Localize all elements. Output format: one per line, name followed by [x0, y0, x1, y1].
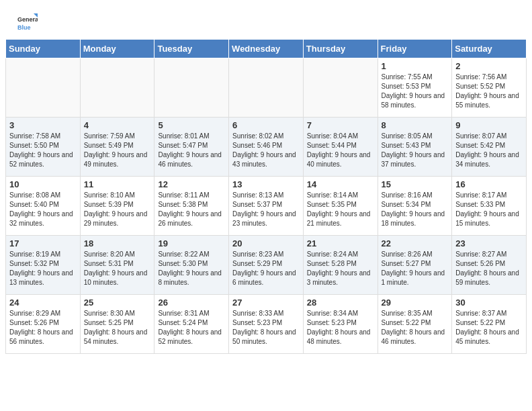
- calendar-cell: 25Sunrise: 8:30 AM Sunset: 5:25 PM Dayli…: [80, 295, 154, 354]
- day-info: Sunrise: 8:14 AM Sunset: 5:35 PM Dayligh…: [307, 191, 374, 228]
- col-header-tuesday: Tuesday: [154, 40, 229, 58]
- calendar-cell: [229, 58, 304, 118]
- calendar-cell: 1Sunrise: 7:55 AM Sunset: 5:53 PM Daylig…: [378, 58, 452, 118]
- calendar-cell: 11Sunrise: 8:10 AM Sunset: 5:39 PM Dayli…: [80, 177, 154, 236]
- day-info: Sunrise: 7:56 AM Sunset: 5:52 PM Dayligh…: [455, 73, 523, 110]
- day-info: Sunrise: 8:10 AM Sunset: 5:39 PM Dayligh…: [84, 191, 151, 228]
- day-number: 12: [158, 179, 225, 189]
- day-info: Sunrise: 8:07 AM Sunset: 5:42 PM Dayligh…: [455, 132, 523, 169]
- calendar-cell: 13Sunrise: 8:13 AM Sunset: 5:37 PM Dayli…: [229, 177, 304, 236]
- calendar-cell: 23Sunrise: 8:27 AM Sunset: 5:26 PM Dayli…: [452, 236, 527, 295]
- day-number: 14: [307, 179, 374, 189]
- calendar-cell: 27Sunrise: 8:33 AM Sunset: 5:23 PM Dayli…: [229, 295, 304, 354]
- day-info: Sunrise: 8:13 AM Sunset: 5:37 PM Dayligh…: [232, 191, 300, 228]
- day-number: 2: [455, 61, 523, 71]
- day-info: Sunrise: 7:58 AM Sunset: 5:50 PM Dayligh…: [9, 132, 77, 169]
- calendar-cell: 8Sunrise: 8:05 AM Sunset: 5:43 PM Daylig…: [378, 118, 452, 177]
- col-header-friday: Friday: [378, 40, 452, 58]
- calendar-cell: 20Sunrise: 8:23 AM Sunset: 5:29 PM Dayli…: [229, 236, 304, 295]
- week-row-1: 3Sunrise: 7:58 AM Sunset: 5:50 PM Daylig…: [6, 118, 527, 177]
- day-info: Sunrise: 8:29 AM Sunset: 5:26 PM Dayligh…: [9, 309, 77, 347]
- logo: General Blue: [16, 12, 38, 34]
- day-info: Sunrise: 8:04 AM Sunset: 5:44 PM Dayligh…: [307, 132, 374, 169]
- day-info: Sunrise: 8:37 AM Sunset: 5:22 PM Dayligh…: [455, 309, 523, 347]
- day-info: Sunrise: 8:31 AM Sunset: 5:24 PM Dayligh…: [158, 309, 225, 347]
- svg-text:General: General: [17, 16, 38, 23]
- col-header-monday: Monday: [80, 40, 154, 58]
- day-info: Sunrise: 7:55 AM Sunset: 5:53 PM Dayligh…: [382, 73, 449, 110]
- col-header-wednesday: Wednesday: [229, 40, 304, 58]
- calendar-cell: 4Sunrise: 7:59 AM Sunset: 5:49 PM Daylig…: [80, 118, 154, 177]
- day-info: Sunrise: 8:24 AM Sunset: 5:28 PM Dayligh…: [307, 250, 374, 287]
- day-info: Sunrise: 8:02 AM Sunset: 5:46 PM Dayligh…: [232, 132, 300, 169]
- day-number: 19: [158, 238, 225, 248]
- calendar-cell: 28Sunrise: 8:34 AM Sunset: 5:23 PM Dayli…: [303, 295, 378, 354]
- calendar-cell: 24Sunrise: 8:29 AM Sunset: 5:26 PM Dayli…: [6, 295, 81, 354]
- day-number: 20: [232, 238, 300, 248]
- calendar-cell: [80, 58, 154, 118]
- day-number: 23: [455, 238, 523, 248]
- day-info: Sunrise: 8:05 AM Sunset: 5:43 PM Dayligh…: [382, 132, 449, 169]
- calendar-cell: 26Sunrise: 8:31 AM Sunset: 5:24 PM Dayli…: [154, 295, 229, 354]
- day-number: 5: [158, 120, 225, 130]
- calendar-cell: 19Sunrise: 8:22 AM Sunset: 5:30 PM Dayli…: [154, 236, 229, 295]
- day-number: 24: [9, 298, 77, 308]
- calendar-table: SundayMondayTuesdayWednesdayThursdayFrid…: [5, 39, 527, 354]
- calendar-cell: 12Sunrise: 8:11 AM Sunset: 5:38 PM Dayli…: [154, 177, 229, 236]
- day-info: Sunrise: 8:33 AM Sunset: 5:23 PM Dayligh…: [232, 309, 300, 347]
- day-info: Sunrise: 8:19 AM Sunset: 5:32 PM Dayligh…: [9, 250, 77, 287]
- svg-text:Blue: Blue: [17, 24, 31, 31]
- week-row-0: 1Sunrise: 7:55 AM Sunset: 5:53 PM Daylig…: [6, 58, 527, 118]
- day-number: 6: [232, 120, 300, 130]
- calendar-cell: 16Sunrise: 8:17 AM Sunset: 5:33 PM Dayli…: [452, 177, 527, 236]
- day-number: 1: [382, 61, 449, 71]
- day-number: 3: [9, 120, 77, 130]
- col-header-sunday: Sunday: [6, 40, 81, 58]
- day-info: Sunrise: 8:34 AM Sunset: 5:23 PM Dayligh…: [307, 309, 374, 347]
- calendar-header-row: SundayMondayTuesdayWednesdayThursdayFrid…: [6, 40, 527, 58]
- day-number: 15: [382, 179, 449, 189]
- calendar-cell: 2Sunrise: 7:56 AM Sunset: 5:52 PM Daylig…: [452, 58, 527, 118]
- week-row-4: 24Sunrise: 8:29 AM Sunset: 5:26 PM Dayli…: [6, 295, 527, 354]
- calendar-cell: 9Sunrise: 8:07 AM Sunset: 5:42 PM Daylig…: [452, 118, 527, 177]
- day-info: Sunrise: 8:30 AM Sunset: 5:25 PM Dayligh…: [84, 309, 151, 347]
- calendar-cell: [6, 58, 81, 118]
- day-info: Sunrise: 7:59 AM Sunset: 5:49 PM Dayligh…: [84, 132, 151, 169]
- day-number: 16: [455, 179, 523, 189]
- day-info: Sunrise: 8:27 AM Sunset: 5:26 PM Dayligh…: [455, 250, 523, 287]
- day-number: 10: [9, 179, 77, 189]
- day-number: 11: [84, 179, 151, 189]
- day-number: 25: [84, 298, 151, 308]
- day-info: Sunrise: 8:16 AM Sunset: 5:34 PM Dayligh…: [382, 191, 449, 228]
- calendar-cell: 22Sunrise: 8:26 AM Sunset: 5:27 PM Dayli…: [378, 236, 452, 295]
- day-info: Sunrise: 8:17 AM Sunset: 5:33 PM Dayligh…: [455, 191, 523, 228]
- week-row-3: 17Sunrise: 8:19 AM Sunset: 5:32 PM Dayli…: [6, 236, 527, 295]
- calendar-cell: 14Sunrise: 8:14 AM Sunset: 5:35 PM Dayli…: [303, 177, 378, 236]
- calendar-cell: [154, 58, 229, 118]
- calendar-cell: 15Sunrise: 8:16 AM Sunset: 5:34 PM Dayli…: [378, 177, 452, 236]
- day-info: Sunrise: 8:35 AM Sunset: 5:22 PM Dayligh…: [382, 309, 449, 347]
- day-info: Sunrise: 8:01 AM Sunset: 5:47 PM Dayligh…: [158, 132, 225, 169]
- day-info: Sunrise: 8:22 AM Sunset: 5:30 PM Dayligh…: [158, 250, 225, 287]
- day-number: 13: [232, 179, 300, 189]
- day-info: Sunrise: 8:11 AM Sunset: 5:38 PM Dayligh…: [158, 191, 225, 228]
- calendar-cell: 29Sunrise: 8:35 AM Sunset: 5:22 PM Dayli…: [378, 295, 452, 354]
- calendar-cell: 10Sunrise: 8:08 AM Sunset: 5:40 PM Dayli…: [6, 177, 81, 236]
- calendar-cell: 30Sunrise: 8:37 AM Sunset: 5:22 PM Dayli…: [452, 295, 527, 354]
- day-number: 4: [84, 120, 151, 130]
- day-number: 30: [455, 298, 523, 308]
- day-info: Sunrise: 8:23 AM Sunset: 5:29 PM Dayligh…: [232, 250, 300, 287]
- day-number: 18: [84, 238, 151, 248]
- day-info: Sunrise: 8:20 AM Sunset: 5:31 PM Dayligh…: [84, 250, 151, 287]
- day-number: 28: [307, 298, 374, 308]
- day-number: 17: [9, 238, 77, 248]
- logo-svg: General Blue: [16, 12, 38, 34]
- day-info: Sunrise: 8:08 AM Sunset: 5:40 PM Dayligh…: [9, 191, 77, 228]
- logo-graphic: General Blue: [16, 12, 38, 34]
- day-number: 21: [307, 238, 374, 248]
- calendar-wrapper: SundayMondayTuesdayWednesdayThursdayFrid…: [0, 39, 532, 359]
- day-number: 22: [382, 238, 449, 248]
- calendar-cell: 5Sunrise: 8:01 AM Sunset: 5:47 PM Daylig…: [154, 118, 229, 177]
- calendar-cell: 18Sunrise: 8:20 AM Sunset: 5:31 PM Dayli…: [80, 236, 154, 295]
- day-number: 7: [307, 120, 374, 130]
